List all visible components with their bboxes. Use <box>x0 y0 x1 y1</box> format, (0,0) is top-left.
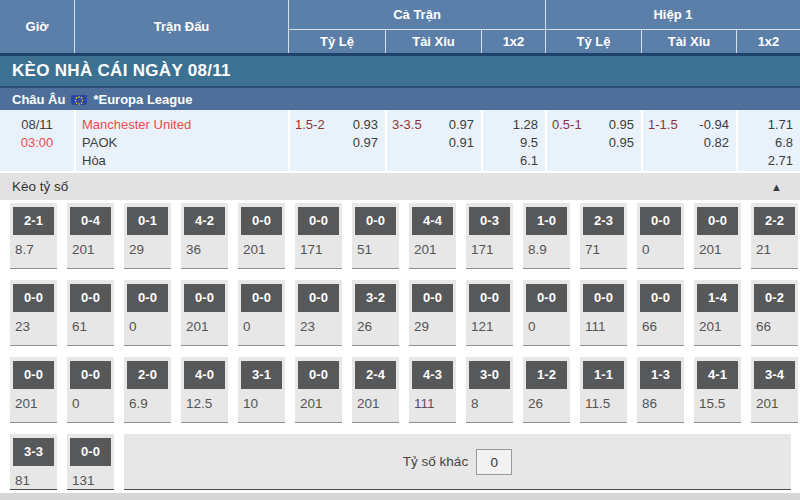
score-odd-value: 21 <box>751 235 798 257</box>
odds-value[interactable]: 2.71 <box>738 152 793 170</box>
score-odds-cell[interactable]: 0-0131 <box>67 434 114 490</box>
score-label: 1-3 <box>640 361 681 389</box>
half-handicap-cell[interactable]: 0.5-1 0.95 0.95 <box>545 110 641 171</box>
score-odds-cell[interactable]: 0-0201 <box>181 280 228 346</box>
half-overunder-line: 1-1.5 <box>648 116 678 171</box>
score-odds-cell[interactable]: 2-18.7 <box>10 203 57 269</box>
score-odds-cell[interactable]: 4-012.5 <box>181 357 228 423</box>
score-odds-cell[interactable]: 0-051 <box>352 203 399 269</box>
score-odds-cell[interactable]: 0-00 <box>124 280 171 346</box>
score-odds-cell[interactable]: 0-0201 <box>10 357 57 423</box>
score-odds-cell[interactable]: 0-00 <box>523 280 570 346</box>
score-section-title: Kèo tỷ số <box>12 179 68 194</box>
league-region: Châu Âu <box>12 92 65 107</box>
score-odds-cell[interactable]: 0-4201 <box>67 203 114 269</box>
odds-value[interactable]: 0.97 <box>449 116 474 134</box>
odds-value[interactable]: 6.1 <box>483 152 538 170</box>
score-odds-cell[interactable]: 0-3171 <box>466 203 513 269</box>
score-odds-cell[interactable]: 3-226 <box>352 280 399 346</box>
score-odds-cell[interactable]: 1-111.5 <box>580 357 627 423</box>
score-odds-cell[interactable]: 0-0201 <box>238 203 285 269</box>
score-odds-cell[interactable]: 0-023 <box>10 280 57 346</box>
column-header-half-odds: Tỷ Lệ <box>545 29 641 53</box>
full-handicap-cell[interactable]: 1.5-2 0.93 0.97 <box>288 110 385 171</box>
odds-value[interactable]: 0.95 <box>609 116 634 134</box>
away-team[interactable]: PAOK <box>82 134 288 152</box>
score-odds-cell[interactable]: 4-115.5 <box>694 357 741 423</box>
other-score-cell[interactable]: Tỷ số khác 0 <box>124 434 791 490</box>
column-header-full-match: Cả Trận <box>288 0 545 29</box>
score-odds-cell[interactable]: 4-4201 <box>409 203 456 269</box>
odds-value[interactable]: 0.97 <box>353 134 378 152</box>
score-odd-value: 71 <box>580 235 627 257</box>
score-odd-value: 111 <box>580 312 627 334</box>
half-1x2-cell[interactable]: 1.71 6.8 2.71 <box>736 110 800 171</box>
score-odds-cell[interactable]: 1-08.9 <box>523 203 570 269</box>
half-overunder-cell[interactable]: 1-1.5 -0.94 0.82 <box>641 110 736 171</box>
league-bar[interactable]: Châu Âu *Europa League <box>0 86 800 110</box>
full-overunder-cell[interactable]: 3-3.5 0.97 0.91 <box>385 110 481 171</box>
odds-value[interactable]: 1.28 <box>483 116 538 134</box>
score-odds-cell[interactable]: 0-061 <box>67 280 114 346</box>
league-name: *Europa League <box>93 92 192 107</box>
odds-value[interactable]: 6.8 <box>738 134 793 152</box>
score-odds-cell[interactable]: 0-0171 <box>295 203 342 269</box>
column-header-full-odds: Tỷ Lệ <box>288 29 385 53</box>
score-odds-cell[interactable]: 2-221 <box>751 203 798 269</box>
score-label: 0-0 <box>241 284 282 312</box>
score-odds-cell[interactable]: 1-4201 <box>694 280 741 346</box>
full-1x2-cell[interactable]: 1.28 9.5 6.1 <box>481 110 545 171</box>
score-odds-cell[interactable]: 0-00 <box>238 280 285 346</box>
score-label: 1-1 <box>583 361 624 389</box>
score-odd-value: 81 <box>10 466 57 488</box>
match-teams-cell[interactable]: Manchester United PAOK Hòa <box>74 110 288 171</box>
odds-value[interactable]: 0.95 <box>609 134 634 152</box>
score-odds-cell[interactable]: 3-381 <box>10 434 57 490</box>
odds-value[interactable]: 0.91 <box>449 134 474 152</box>
score-odds-cell[interactable]: 0-0201 <box>295 357 342 423</box>
score-odds-cell[interactable]: 0-066 <box>637 280 684 346</box>
collapse-arrow-icon[interactable]: ▲ <box>771 181 782 193</box>
score-odds-cell[interactable]: 2-06.9 <box>124 357 171 423</box>
odds-value[interactable]: 9.5 <box>483 134 538 152</box>
odds-value[interactable]: -0.94 <box>699 116 729 134</box>
home-team[interactable]: Manchester United <box>82 116 288 134</box>
page-title: KÈO NHÀ CÁI NGÀY 08/11 <box>0 56 800 86</box>
score-odds-cell[interactable]: 0-0201 <box>694 203 741 269</box>
column-header-half1: Hiệp 1 <box>545 0 800 29</box>
odds-value[interactable]: 1.71 <box>738 116 793 134</box>
score-odd-value: 26 <box>352 312 399 334</box>
score-odd-value: 86 <box>637 389 684 411</box>
other-score-input[interactable]: 0 <box>476 449 512 475</box>
score-odds-cell[interactable]: 0-00 <box>67 357 114 423</box>
score-label: 1-2 <box>526 361 567 389</box>
score-label: 1-4 <box>697 284 738 312</box>
score-odds-cell[interactable]: 0-0111 <box>580 280 627 346</box>
score-odds-cell[interactable]: 0-023 <box>295 280 342 346</box>
score-section-header[interactable]: Kèo tỷ số ▲ <box>0 173 800 200</box>
column-header-full-1x2: 1x2 <box>481 29 545 53</box>
score-odds-cell[interactable]: 0-129 <box>124 203 171 269</box>
column-header-time: Giờ <box>0 0 74 53</box>
score-odds-cell[interactable]: 0-00 <box>637 203 684 269</box>
score-odds-cell[interactable]: 3-4201 <box>751 357 798 423</box>
score-odds-cell[interactable]: 3-110 <box>238 357 285 423</box>
score-odd-value: 201 <box>67 235 114 257</box>
odds-value[interactable]: 0.93 <box>353 116 378 134</box>
score-odds-cell[interactable]: 3-08 <box>466 357 513 423</box>
score-odds-cell[interactable]: 1-226 <box>523 357 570 423</box>
score-odds-cell[interactable]: 0-0121 <box>466 280 513 346</box>
score-label: 0-0 <box>70 438 111 466</box>
score-odds-cell[interactable]: 2-371 <box>580 203 627 269</box>
match-time-cell: 08/11 03:00 <box>0 110 74 171</box>
score-label: 3-0 <box>469 361 510 389</box>
score-odd-value: 8.7 <box>10 235 57 257</box>
score-odds-cell[interactable]: 0-266 <box>751 280 798 346</box>
score-odds-cell[interactable]: 1-386 <box>637 357 684 423</box>
score-odds-cell[interactable]: 4-3111 <box>409 357 456 423</box>
score-label: 2-2 <box>754 207 795 235</box>
score-odds-cell[interactable]: 4-236 <box>181 203 228 269</box>
odds-value[interactable]: 0.82 <box>699 134 729 152</box>
score-odds-cell[interactable]: 0-029 <box>409 280 456 346</box>
score-odds-cell[interactable]: 2-4201 <box>352 357 399 423</box>
